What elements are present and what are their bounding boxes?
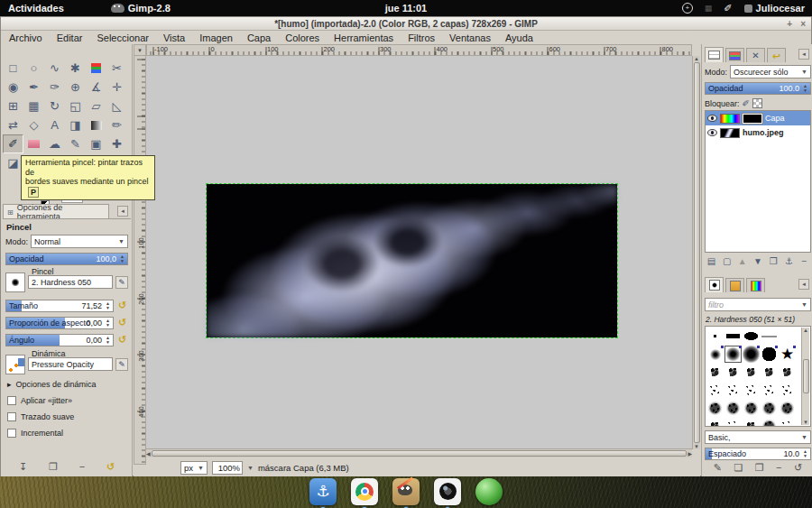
menu-imagen[interactable]: Imagen	[193, 32, 239, 44]
brush-cell[interactable]	[706, 418, 724, 427]
mode-select[interactable]: Normal▼	[31, 235, 128, 248]
vertical-ruler[interactable]: 0100200300400	[134, 56, 146, 465]
jitter-checkbox[interactable]	[7, 396, 16, 405]
input-pen-icon[interactable]: ✐	[724, 3, 732, 14]
tool-bucket-fill[interactable]: ◨	[65, 115, 86, 134]
aspect-slider[interactable]: Proporción de aspecto 0,00 ▲▼	[5, 317, 114, 329]
brush-cell[interactable]	[706, 328, 724, 345]
brush-cell[interactable]	[779, 418, 796, 427]
tool-shear[interactable]: ▱	[86, 97, 106, 115]
edit-dynamics-button[interactable]: ✎	[115, 358, 128, 371]
tool-perspective[interactable]: ◺	[106, 97, 127, 115]
lock-pixels-icon[interactable]: ✐	[743, 98, 750, 108]
tool-scale[interactable]: ◱	[65, 97, 86, 115]
new-layer-button[interactable]: ▤	[705, 255, 718, 268]
angle-spin[interactable]: ▲▼	[104, 335, 112, 346]
menu-ventanas[interactable]: Ventanas	[443, 32, 497, 44]
angle-slider[interactable]: Ángulo 0,00 ▲▼	[5, 334, 114, 346]
opacity-spin[interactable]: ▲▼	[118, 254, 126, 264]
menu-vista[interactable]: Vista	[157, 32, 191, 44]
brush-name-field[interactable]: 2. Hardness 050	[28, 275, 113, 289]
scroll-up-icon[interactable]: ▲	[803, 328, 808, 333]
scroll-left-icon[interactable]: ◀	[146, 450, 151, 457]
new-layer-group-button[interactable]: ▢	[720, 255, 734, 268]
brush-cell[interactable]	[761, 382, 778, 399]
horizontal-ruler[interactable]: -1000100200300400500600700800	[146, 44, 692, 56]
brush-cell[interactable]	[761, 364, 778, 381]
tool-clone[interactable]: ▣	[86, 134, 106, 153]
brush-filter-input[interactable]: filtro▼	[705, 298, 811, 311]
dynamics-options-expander[interactable]: ▸ Opciones de dinámica	[7, 380, 97, 389]
tool-blend[interactable]	[86, 115, 106, 134]
jitter-checkbox-row[interactable]: Aplicar «jitter»	[7, 396, 72, 405]
tool-ink[interactable]: ✎	[65, 134, 86, 153]
brush-cell[interactable]	[706, 382, 724, 399]
tool-eraser[interactable]	[23, 134, 44, 153]
visibility-eye-icon[interactable]	[707, 129, 717, 136]
keyboard-indicator-icon[interactable]: ▦	[705, 4, 713, 13]
scroll-up-icon[interactable]: ▲	[694, 56, 699, 61]
new-brush-button[interactable]: ❏	[734, 462, 743, 474]
raise-layer-button[interactable]: ▲	[735, 255, 749, 268]
delete-options-button[interactable]: −	[79, 461, 85, 473]
accessibility-icon[interactable]: +	[682, 3, 693, 14]
layer-row-humo-jpeg[interactable]: humo.jpeg	[706, 125, 810, 140]
size-spin[interactable]: ▲▼	[104, 300, 112, 311]
delete-layer-button[interactable]: −	[798, 255, 811, 268]
brushes-dock-menu-button[interactable]: ◂	[798, 279, 809, 290]
tool-heal[interactable]: ✚	[106, 134, 127, 153]
scroll-down-icon[interactable]: ▼	[694, 444, 699, 449]
edit-brush-button[interactable]: ✎	[714, 462, 722, 474]
tool-scissors-select[interactable]: ✂	[106, 59, 127, 78]
scroll-right-icon[interactable]: ▶	[687, 450, 692, 457]
tab-undo-history[interactable]: ↩	[767, 48, 786, 62]
lower-layer-button[interactable]: ▼	[751, 255, 764, 268]
maximize-button[interactable]: +	[787, 17, 792, 31]
brush-cell[interactable]	[706, 400, 724, 417]
incremental-checkbox[interactable]	[7, 429, 16, 438]
brush-cell[interactable]	[743, 328, 760, 345]
menu-herramientas[interactable]: Herramientas	[328, 32, 400, 44]
delete-brush-button[interactable]: −	[776, 462, 781, 474]
tool-measure[interactable]: ∡	[86, 78, 106, 97]
tool-paths[interactable]: ✒	[23, 78, 44, 97]
dynamics-field[interactable]: Pressure Opacity	[28, 357, 113, 371]
brush-cell[interactable]	[724, 364, 742, 381]
tab-layers[interactable]	[705, 47, 724, 62]
dock-camera-app[interactable]	[434, 478, 461, 505]
size-slider[interactable]: Tamaño 71,52 ▲▼	[5, 300, 114, 312]
menu-capa[interactable]: Capa	[241, 32, 277, 44]
layers-dock-menu-button[interactable]: ◂	[798, 49, 809, 60]
menu-editar[interactable]: Editar	[51, 32, 89, 44]
tab-patterns[interactable]	[725, 278, 744, 292]
smooth-checkbox[interactable]	[7, 412, 16, 421]
reset-options-button[interactable]: ↺	[106, 461, 115, 473]
tab-brushes[interactable]	[705, 277, 724, 292]
tool-select-by-color[interactable]	[86, 59, 106, 78]
dock-anchor-app[interactable]: ⚓	[309, 478, 337, 505]
lock-alpha-icon[interactable]	[752, 98, 762, 108]
brush-cell[interactable]	[743, 346, 760, 363]
horizontal-scrollbar[interactable]: ◀▶	[146, 448, 692, 457]
tool-airbrush[interactable]: ☁	[44, 134, 65, 153]
tool-text[interactable]: A	[44, 115, 65, 134]
title-bar[interactable]: *[humo] (importada)-2.0 (Color RGB, 2 ca…	[1, 17, 811, 31]
opacity-slider[interactable]: Opacidad 100,0 ▲▼	[5, 253, 128, 265]
unit-select[interactable]: px▼	[180, 461, 208, 475]
duplicate-brush-button[interactable]: ❐	[755, 462, 764, 474]
menu-colores[interactable]: Colores	[279, 32, 326, 44]
menu-ayuda[interactable]: Ayuda	[499, 32, 540, 44]
zoom-dropdown-icon[interactable]: ▼	[247, 465, 254, 471]
edit-brush-button[interactable]: ✎	[115, 276, 128, 289]
aspect-spin[interactable]: ▲▼	[104, 318, 112, 328]
dock-chrome[interactable]	[351, 478, 378, 505]
user-menu[interactable]: Juliocesar	[744, 3, 805, 14]
brush-cell[interactable]	[724, 418, 742, 427]
tool-color-picker[interactable]: ✑	[44, 78, 65, 97]
brush-cell[interactable]	[761, 418, 778, 427]
brush-cell[interactable]	[706, 346, 724, 363]
visibility-eye-icon[interactable]	[707, 115, 717, 122]
brush-cell[interactable]	[761, 328, 778, 345]
brush-cell[interactable]	[743, 382, 760, 399]
brush-cell[interactable]	[761, 400, 778, 417]
